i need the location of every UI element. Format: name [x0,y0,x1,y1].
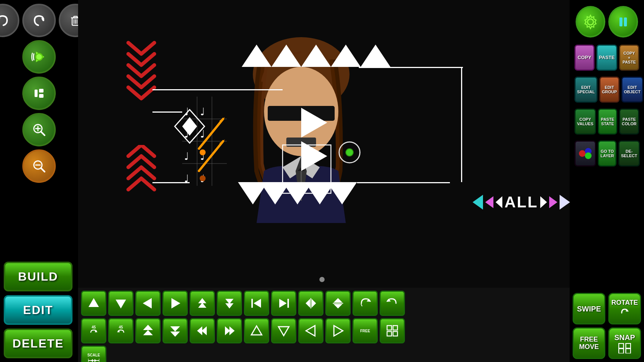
svg-rect-107 [387,332,392,336]
svg-marker-42 [327,182,357,204]
svg-marker-75 [198,303,206,308]
all-arrow-left-white[interactable] [496,196,502,208]
move-bigger-down-button[interactable] [162,318,188,343]
swipe-button[interactable]: SWIPE [573,293,605,324]
svg-point-30 [346,149,353,156]
move-down-button[interactable] [108,291,133,316]
rotate-ccw-button[interactable] [380,291,405,316]
move-left-button[interactable] [135,291,161,316]
edit-button[interactable]: EDIT [4,295,73,325]
svg-marker-33 [301,45,331,67]
rotate-label: ROTATE [611,299,638,307]
skip-back-button[interactable] [244,291,269,316]
br-row2: FREEMOVE SNAP [573,327,641,359]
svg-marker-97 [197,326,202,335]
free-toggle-button[interactable]: FREE [352,318,378,343]
svg-marker-37 [301,141,327,171]
toolbar-row1 [81,291,567,316]
svg-marker-96 [170,326,180,332]
play-button[interactable] [22,77,56,110]
all-arrow-right-white[interactable] [540,196,547,208]
zoom-in-button[interactable] [22,113,56,146]
left-sidebar [0,0,78,223]
fast-back-button[interactable] [190,318,215,343]
edit-buttons-row1: COPY PASTE COPY+PASTE [573,43,641,72]
flip-h-button[interactable] [298,291,323,316]
snap-toggle-button[interactable] [380,318,405,343]
rotate-cw-button[interactable] [352,291,378,316]
rotate-btn[interactable]: ROTATE [608,293,641,324]
color-picker-button[interactable] [574,140,596,167]
move-right-button[interactable] [162,291,188,316]
outline-right-button[interactable] [325,318,351,343]
platform-top [359,67,463,68]
edit-group-button[interactable]: EDITGROUP [599,77,619,103]
svg-rect-105 [387,326,392,330]
snap-button[interactable]: SNAP [608,327,641,359]
all-arrow-left-pink[interactable] [485,196,493,208]
svg-marker-71 [116,300,126,308]
outline-up-button[interactable] [244,318,269,343]
rotate-45cw-button[interactable]: 45 [81,318,106,343]
svg-rect-66 [624,17,627,26]
rotate-45ccw-button[interactable]: 45 [108,318,133,343]
spikes-right [297,100,342,176]
settings-button[interactable] [576,6,605,38]
paste-color-button[interactable]: PASTECOLOR [619,109,639,135]
game-canvas[interactable]: ♩ ♩ ♩ ♩ ♩ ♩ ♩ ♩ [78,0,570,288]
fast-forward-button[interactable] [217,318,242,343]
snap-label: SNAP [614,333,635,342]
all-arrow-left-teal[interactable] [473,195,483,210]
svg-marker-36 [301,108,327,138]
svg-marker-102 [278,327,289,336]
all-area: ALL [467,187,575,217]
svg-marker-86 [334,304,342,308]
svg-rect-65 [619,17,622,26]
all-arrow-right-white2[interactable] [560,195,570,210]
move-big-down-button[interactable] [217,291,242,316]
delete-button[interactable]: DELETE [4,329,73,358]
build-button[interactable]: BUILD [4,262,73,291]
zoom-out-button[interactable] [22,149,56,183]
svg-point-67 [579,150,586,157]
svg-marker-82 [306,299,310,308]
chevrons-bottom [123,145,160,206]
all-arrow-right-pink[interactable] [549,196,557,208]
copy-button[interactable]: COPY [574,45,595,71]
outline-left-button[interactable] [298,318,323,343]
svg-point-69 [585,152,592,159]
svg-marker-70 [88,298,99,307]
outline-down-button[interactable] [271,318,296,343]
svg-marker-63 [182,117,197,136]
all-label: ALL [505,193,538,211]
free-move-button[interactable]: FREEMOVE [573,327,605,359]
scale-button[interactable]: SCALE [81,346,106,362]
copy-values-button[interactable]: COPYVALUES [574,109,596,135]
flip-v-button[interactable] [325,291,351,316]
top-right-buttons [573,3,641,41]
deselect-button[interactable]: DE-SELECT [618,140,640,167]
svg-marker-94 [143,325,153,330]
svg-rect-10 [35,90,38,97]
svg-marker-34 [331,45,361,67]
music-button[interactable] [22,40,56,74]
svg-marker-112 [91,359,93,362]
redo-button[interactable] [22,4,56,37]
edit-special-button[interactable]: EDITSPECIAL [574,77,598,103]
pause-button[interactable] [608,6,638,38]
move-up-button[interactable] [81,291,106,316]
move-bigger-up-button[interactable] [135,318,161,343]
svg-marker-79 [254,299,261,308]
svg-marker-100 [225,326,230,335]
svg-marker-31 [242,45,271,67]
skip-forward-button[interactable] [271,291,296,316]
paste-button[interactable]: PASTE [596,45,617,71]
paste-state-button[interactable]: PASTESTATE [598,109,617,135]
undo-button[interactable] [0,4,19,37]
copy-paste-button[interactable]: COPY+PASTE [619,45,639,71]
go-to-layer-button[interactable]: GO TOLAYER [598,140,616,167]
edit-object-button[interactable]: EDITOBJECT [621,77,643,103]
svg-marker-103 [306,326,315,336]
move-big-up-button[interactable] [190,291,215,316]
spikes-top [242,41,420,71]
